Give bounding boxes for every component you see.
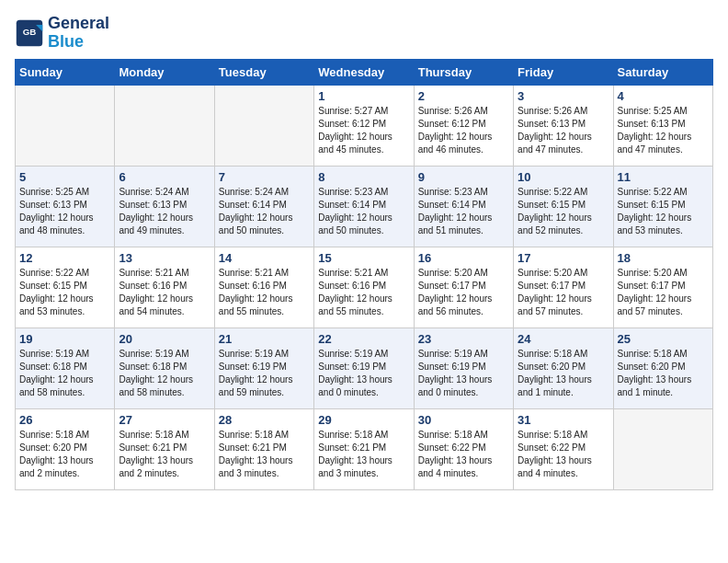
day-cell: 9Sunrise: 5:23 AM Sunset: 6:14 PM Daylig… [414, 166, 513, 247]
day-cell: 18Sunrise: 5:20 AM Sunset: 6:17 PM Dayli… [613, 247, 712, 327]
day-info: Sunrise: 5:19 AM Sunset: 6:19 PM Dayligh… [418, 348, 509, 399]
weekday-header-friday: Friday [514, 59, 613, 85]
day-cell: 19Sunrise: 5:19 AM Sunset: 6:18 PM Dayli… [16, 327, 115, 408]
day-number: 24 [518, 332, 609, 346]
day-cell: 23Sunrise: 5:19 AM Sunset: 6:19 PM Dayli… [414, 327, 513, 408]
day-number: 4 [618, 89, 709, 103]
day-info: Sunrise: 5:20 AM Sunset: 6:17 PM Dayligh… [518, 267, 609, 318]
day-cell [16, 85, 115, 166]
day-number: 29 [318, 413, 409, 427]
header: GB General Blue [15, 15, 713, 52]
day-number: 10 [518, 170, 609, 184]
day-number: 23 [418, 332, 509, 346]
day-info: Sunrise: 5:22 AM Sunset: 6:15 PM Dayligh… [618, 186, 709, 237]
day-info: Sunrise: 5:18 AM Sunset: 6:21 PM Dayligh… [119, 429, 210, 480]
day-info: Sunrise: 5:18 AM Sunset: 6:21 PM Dayligh… [219, 429, 310, 480]
day-number: 28 [219, 413, 310, 427]
week-row-3: 12Sunrise: 5:22 AM Sunset: 6:15 PM Dayli… [16, 247, 713, 327]
day-cell: 5Sunrise: 5:25 AM Sunset: 6:13 PM Daylig… [16, 166, 115, 247]
day-cell: 17Sunrise: 5:20 AM Sunset: 6:17 PM Dayli… [514, 247, 613, 327]
day-info: Sunrise: 5:25 AM Sunset: 6:13 PM Dayligh… [618, 105, 709, 156]
day-cell: 15Sunrise: 5:21 AM Sunset: 6:16 PM Dayli… [314, 247, 414, 327]
day-cell: 11Sunrise: 5:22 AM Sunset: 6:15 PM Dayli… [613, 166, 712, 247]
day-number: 3 [518, 89, 609, 103]
logo-icon: GB [15, 18, 44, 48]
day-number: 5 [19, 170, 110, 184]
day-number: 12 [19, 251, 110, 265]
day-cell: 3Sunrise: 5:26 AM Sunset: 6:13 PM Daylig… [514, 85, 613, 166]
day-info: Sunrise: 5:18 AM Sunset: 6:20 PM Dayligh… [618, 348, 709, 399]
day-number: 31 [518, 413, 609, 427]
day-info: Sunrise: 5:18 AM Sunset: 6:20 PM Dayligh… [518, 348, 609, 399]
day-cell: 12Sunrise: 5:22 AM Sunset: 6:15 PM Dayli… [16, 247, 115, 327]
day-number: 19 [19, 332, 110, 346]
weekday-header-thursday: Thursday [414, 59, 513, 85]
weekday-header-tuesday: Tuesday [214, 59, 313, 85]
day-cell: 16Sunrise: 5:20 AM Sunset: 6:17 PM Dayli… [414, 247, 513, 327]
day-cell [613, 408, 712, 489]
day-info: Sunrise: 5:23 AM Sunset: 6:14 PM Dayligh… [418, 186, 509, 237]
logo-general: General [48, 15, 109, 33]
weekday-header-sunday: Sunday [16, 59, 115, 85]
day-cell: 30Sunrise: 5:18 AM Sunset: 6:22 PM Dayli… [414, 408, 513, 489]
svg-text:GB: GB [23, 27, 37, 37]
day-number: 11 [618, 170, 709, 184]
day-cell: 20Sunrise: 5:19 AM Sunset: 6:18 PM Dayli… [115, 327, 214, 408]
day-info: Sunrise: 5:22 AM Sunset: 6:15 PM Dayligh… [19, 267, 110, 318]
day-info: Sunrise: 5:19 AM Sunset: 6:18 PM Dayligh… [19, 348, 110, 399]
day-number: 22 [318, 332, 409, 346]
day-number: 27 [119, 413, 210, 427]
weekday-header-monday: Monday [115, 59, 214, 85]
logo-blue: Blue [48, 33, 109, 52]
day-info: Sunrise: 5:25 AM Sunset: 6:13 PM Dayligh… [19, 186, 110, 237]
day-info: Sunrise: 5:22 AM Sunset: 6:15 PM Dayligh… [518, 186, 609, 237]
day-number: 14 [219, 251, 310, 265]
day-cell: 2Sunrise: 5:26 AM Sunset: 6:12 PM Daylig… [414, 85, 513, 166]
day-number: 6 [119, 170, 210, 184]
day-info: Sunrise: 5:27 AM Sunset: 6:12 PM Dayligh… [318, 105, 409, 156]
day-number: 7 [219, 170, 310, 184]
day-cell: 29Sunrise: 5:18 AM Sunset: 6:21 PM Dayli… [314, 408, 414, 489]
weekday-header-saturday: Saturday [613, 59, 712, 85]
week-row-1: 1Sunrise: 5:27 AM Sunset: 6:12 PM Daylig… [16, 85, 713, 166]
day-number: 16 [418, 251, 509, 265]
day-cell: 1Sunrise: 5:27 AM Sunset: 6:12 PM Daylig… [314, 85, 414, 166]
day-number: 15 [318, 251, 409, 265]
day-cell [214, 85, 313, 166]
day-cell: 22Sunrise: 5:19 AM Sunset: 6:19 PM Dayli… [314, 327, 414, 408]
day-cell: 25Sunrise: 5:18 AM Sunset: 6:20 PM Dayli… [613, 327, 712, 408]
day-number: 21 [219, 332, 310, 346]
day-info: Sunrise: 5:20 AM Sunset: 6:17 PM Dayligh… [618, 267, 709, 318]
day-info: Sunrise: 5:18 AM Sunset: 6:20 PM Dayligh… [19, 429, 110, 480]
week-row-5: 26Sunrise: 5:18 AM Sunset: 6:20 PM Dayli… [16, 408, 713, 489]
day-cell: 21Sunrise: 5:19 AM Sunset: 6:19 PM Dayli… [214, 327, 313, 408]
day-number: 18 [618, 251, 709, 265]
day-cell: 26Sunrise: 5:18 AM Sunset: 6:20 PM Dayli… [16, 408, 115, 489]
day-cell: 14Sunrise: 5:21 AM Sunset: 6:16 PM Dayli… [214, 247, 313, 327]
day-cell: 7Sunrise: 5:24 AM Sunset: 6:14 PM Daylig… [214, 166, 313, 247]
day-number: 30 [418, 413, 509, 427]
weekday-header-wednesday: Wednesday [314, 59, 414, 85]
day-info: Sunrise: 5:18 AM Sunset: 6:22 PM Dayligh… [418, 429, 509, 480]
day-number: 1 [318, 89, 409, 103]
day-info: Sunrise: 5:19 AM Sunset: 6:19 PM Dayligh… [219, 348, 310, 399]
day-cell: 8Sunrise: 5:23 AM Sunset: 6:14 PM Daylig… [314, 166, 414, 247]
day-info: Sunrise: 5:18 AM Sunset: 6:22 PM Dayligh… [518, 429, 609, 480]
day-cell: 4Sunrise: 5:25 AM Sunset: 6:13 PM Daylig… [613, 85, 712, 166]
day-info: Sunrise: 5:24 AM Sunset: 6:13 PM Dayligh… [119, 186, 210, 237]
logo: GB General Blue [15, 15, 109, 52]
day-number: 26 [19, 413, 110, 427]
day-number: 20 [119, 332, 210, 346]
day-cell: 28Sunrise: 5:18 AM Sunset: 6:21 PM Dayli… [214, 408, 313, 489]
day-cell: 6Sunrise: 5:24 AM Sunset: 6:13 PM Daylig… [115, 166, 214, 247]
day-info: Sunrise: 5:23 AM Sunset: 6:14 PM Dayligh… [318, 186, 409, 237]
day-number: 8 [318, 170, 409, 184]
day-number: 2 [418, 89, 509, 103]
day-number: 9 [418, 170, 509, 184]
day-info: Sunrise: 5:19 AM Sunset: 6:18 PM Dayligh… [119, 348, 210, 399]
day-info: Sunrise: 5:26 AM Sunset: 6:13 PM Dayligh… [518, 105, 609, 156]
day-info: Sunrise: 5:26 AM Sunset: 6:12 PM Dayligh… [418, 105, 509, 156]
calendar-table: SundayMondayTuesdayWednesdayThursdayFrid… [15, 59, 713, 490]
day-info: Sunrise: 5:24 AM Sunset: 6:14 PM Dayligh… [219, 186, 310, 237]
day-info: Sunrise: 5:21 AM Sunset: 6:16 PM Dayligh… [119, 267, 210, 318]
